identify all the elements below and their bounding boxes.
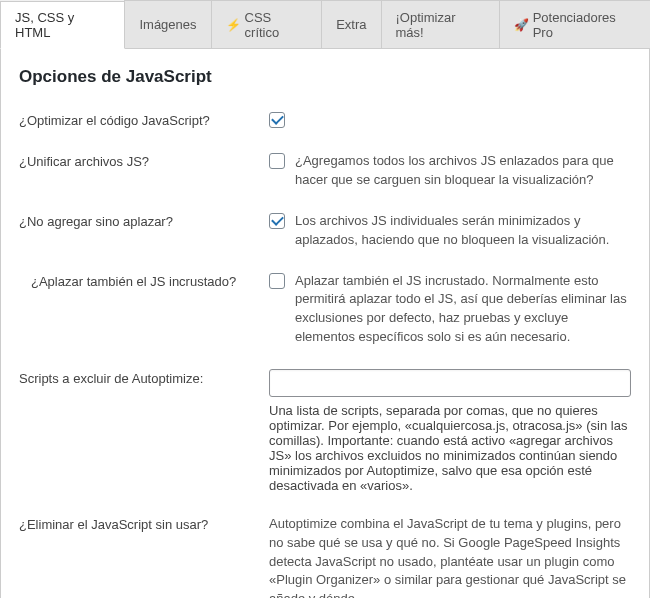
checkbox-defer-not-aggregate[interactable] — [269, 213, 285, 229]
label-defer-inline: ¿Aplazar también el JS incrustado? — [19, 272, 269, 291]
tab-label: Potenciadores Pro — [533, 10, 636, 40]
desc-exclude-scripts: Una lista de scripts, separada por comas… — [269, 403, 631, 493]
desc-defer-inline: Aplazar también el JS incrustado. Normal… — [295, 272, 631, 347]
label-remove-unused-js: ¿Eliminar el JavaScript sin usar? — [19, 515, 269, 534]
section-title: Opciones de JavaScript — [19, 67, 631, 87]
label-optimize-js: ¿Optimizar el código JavaScript? — [19, 111, 269, 130]
tab-label: Imágenes — [139, 17, 196, 32]
row-remove-unused-js: ¿Eliminar el JavaScript sin usar? Autopt… — [19, 515, 631, 598]
tab-optimize-more[interactable]: ¡Optimizar más! — [381, 0, 500, 48]
label-aggregate-js: ¿Unificar archivos JS? — [19, 152, 269, 171]
checkbox-defer-inline[interactable] — [269, 273, 285, 289]
checkbox-aggregate-js[interactable] — [269, 153, 285, 169]
desc-aggregate-js: ¿Agregamos todos los archivos JS enlazad… — [295, 152, 631, 190]
row-optimize-js: ¿Optimizar el código JavaScript? — [19, 111, 631, 130]
row-exclude-scripts: Scripts a excluir de Autoptimize: Una li… — [19, 369, 631, 493]
desc-defer-not-aggregate: Los archivos JS individuales serán minim… — [295, 212, 631, 250]
tab-bar: JS, CSS y HTML Imágenes ⚡ CSS crítico Ex… — [0, 0, 650, 49]
tab-label: ¡Optimizar más! — [396, 10, 485, 40]
tab-js-css-html[interactable]: JS, CSS y HTML — [0, 1, 125, 49]
bolt-icon: ⚡ — [226, 18, 241, 32]
checkbox-optimize-js[interactable] — [269, 112, 285, 128]
input-exclude-scripts[interactable] — [269, 369, 631, 397]
settings-panel: Opciones de JavaScript ¿Optimizar el cód… — [0, 49, 650, 598]
desc-remove-unused-js: Autoptimize combina el JavaScript de tu … — [269, 515, 631, 598]
row-aggregate-js: ¿Unificar archivos JS? ¿Agregamos todos … — [19, 152, 631, 190]
row-defer-not-aggregate: ¿No agregar sino aplazar? Los archivos J… — [19, 212, 631, 250]
tab-images[interactable]: Imágenes — [124, 0, 211, 48]
row-defer-inline: ¿Aplazar también el JS incrustado? Aplaz… — [19, 272, 631, 347]
tab-extra[interactable]: Extra — [321, 0, 381, 48]
tab-pro[interactable]: 🚀 Potenciadores Pro — [499, 0, 650, 48]
rocket-icon: 🚀 — [514, 18, 529, 32]
tab-label: CSS crítico — [245, 10, 308, 40]
label-exclude-scripts: Scripts a excluir de Autoptimize: — [19, 369, 269, 388]
tab-label: JS, CSS y HTML — [15, 10, 110, 40]
tab-label: Extra — [336, 17, 366, 32]
tab-css-critical[interactable]: ⚡ CSS crítico — [211, 0, 323, 48]
label-defer-not-aggregate: ¿No agregar sino aplazar? — [19, 212, 269, 231]
